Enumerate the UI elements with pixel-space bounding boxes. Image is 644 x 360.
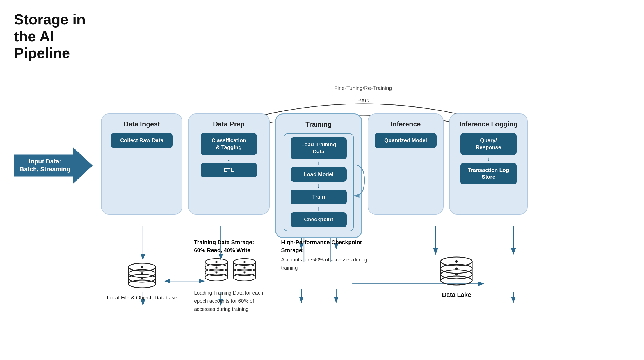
stage-data-ingest: Data Ingest Collect Raw Data [101,113,182,215]
stage-inference: Inference Quantized Model [368,113,444,215]
box-quantized-model: Quantized Model [375,133,437,148]
stage-inference-logging: Inference Logging Query/Response ↓ Trans… [449,113,528,215]
box-load-training-data: Load Training Data [291,137,347,159]
stage-data-prep-title: Data Prep [213,120,245,128]
svg-point-56 [455,260,458,263]
stage-data-ingest-title: Data Ingest [124,120,160,128]
training-data-note: Loading Training Data for each epoch acc… [194,289,267,313]
training-db-icons [194,257,267,285]
arrow-train-2: ↓ [317,182,320,190]
box-checkpoint: Checkpoint [291,212,347,227]
arrow-prep-1: ↓ [227,155,230,163]
svg-point-57 [455,268,458,270]
svg-point-30 [141,277,143,279]
svg-point-48 [244,267,246,269]
arrow-log-1: ↓ [487,155,490,163]
stage-data-prep: Data Prep Classification& Tagging ↓ ETL [188,113,270,215]
box-collect-raw-data: Collect Raw Data [111,133,173,148]
box-transaction-log-store: Transaction Log Store [460,163,517,184]
arrow-train-3: ↓ [317,204,320,212]
svg-point-38 [216,261,218,263]
training-data-title: Training Data Storage:60% Read, 40% Writ… [194,238,267,254]
svg-point-40 [216,272,218,274]
checkpoint-storage-section: High-Performance Checkpoint Storage: Acc… [281,238,376,272]
local-db: Local File & Object, Database [107,261,177,301]
training-data-detail: 60% Read, 40% Write [194,247,250,253]
svg-point-58 [455,273,458,276]
arrow-train-1: ↓ [317,159,320,167]
stage-inference-logging-title: Inference Logging [459,120,518,128]
data-lake-label: Data Lake [442,291,471,299]
svg-text:RAG: RAG [357,98,369,104]
box-train: Train [291,190,347,204]
svg-text:Fine-Tuning/Re-Training: Fine-Tuning/Re-Training [334,85,392,91]
box-load-model: Load Model [291,167,347,182]
local-db-label: Local File & Object, Database [107,295,177,301]
stage-training-title: Training [305,120,332,128]
checkpoint-storage-title: High-Performance Checkpoint Storage: [281,238,376,254]
bottom-section: Local File & Object, Database Training D… [14,238,630,313]
box-etl: ETL [201,163,257,178]
training-loop: Load Training Data ↓ Load Model ↓ Train … [284,133,354,231]
page-title: Storage in the AI Pipeline [14,11,630,61]
stage-training: Training Load Training Data ↓ Load Model… [275,113,362,238]
svg-point-29 [141,272,143,275]
training-data-storage-section: Training Data Storage:60% Read, 40% Writ… [194,238,267,313]
svg-point-49 [244,272,246,274]
svg-point-28 [141,266,143,268]
box-classification-tagging: Classification& Tagging [201,133,257,155]
svg-point-39 [216,267,218,269]
input-arrow: Input Data:Batch, Streaming [14,147,93,184]
data-lake: Data Lake [438,255,475,299]
box-query-response: Query/Response [460,133,517,155]
checkpoint-storage-detail: Accounts for ~40% of accesses during tra… [281,256,376,272]
input-label: Input Data:Batch, Streaming [20,158,70,174]
stage-inference-title: Inference [391,120,421,128]
svg-point-47 [244,261,246,263]
